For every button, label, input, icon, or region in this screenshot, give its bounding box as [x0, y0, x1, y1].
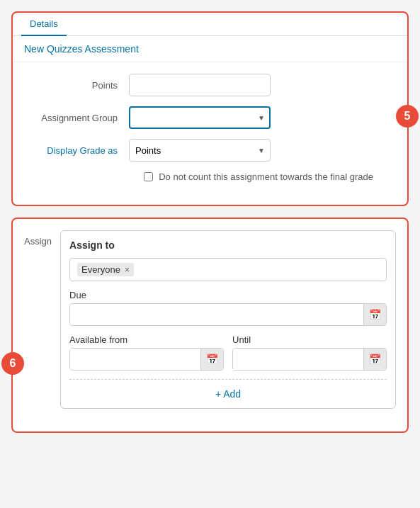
due-label: Due	[69, 290, 387, 300]
add-btn-row: + Add	[69, 379, 387, 400]
assignment-group-select[interactable]	[129, 106, 271, 129]
available-from-input[interactable]	[70, 349, 200, 370]
final-grade-row: Do not count this assignment towards the…	[30, 171, 390, 182]
until-calendar-btn[interactable]: 📅	[363, 348, 386, 371]
available-from-col: Available from 📅	[69, 334, 224, 379]
assign-to-title: Assign to	[69, 239, 387, 251]
assignment-group-label: Assignment Group	[30, 113, 129, 123]
available-from-label: Available from	[69, 334, 224, 345]
due-date-calendar-btn[interactable]: 📅	[363, 303, 386, 326]
points-row: Points	[30, 74, 390, 96]
date-row: Available from 📅 Until 📅	[69, 334, 387, 379]
assignment-title: New Quizzes Assessment	[13, 36, 407, 62]
points-label: Points	[30, 80, 129, 91]
until-col: Until 📅	[232, 334, 387, 379]
assign-card: Assign Assign to Everyone × Due 📅 Availa…	[11, 218, 409, 433]
assign-label: Assign	[24, 230, 60, 409]
display-grade-wrapper: Points Percentage Letter Grade GPA Scale…	[129, 139, 271, 162]
display-grade-label: Display Grade as	[30, 145, 129, 156]
calendar-icon-2: 📅	[206, 354, 218, 365]
due-date-input[interactable]	[70, 304, 363, 325]
tab-bar: Details	[13, 13, 407, 36]
assign-section: Assign Assign to Everyone × Due 📅 Availa…	[13, 219, 407, 420]
display-grade-select[interactable]: Points Percentage Letter Grade GPA Scale…	[129, 139, 271, 162]
details-card: Details New Quizzes Assessment Points As…	[11, 11, 409, 206]
add-button[interactable]: + Add	[215, 388, 241, 400]
everyone-tag: Everyone ×	[77, 263, 134, 276]
assignment-group-row: Assignment Group	[30, 106, 390, 129]
points-input[interactable]	[129, 74, 271, 96]
everyone-tag-close[interactable]: ×	[125, 265, 130, 275]
calendar-icon-3: 📅	[369, 354, 381, 365]
calendar-icon: 📅	[369, 309, 381, 320]
available-from-wrapper: 📅	[69, 348, 224, 371]
display-grade-row: Display Grade as Points Percentage Lette…	[30, 139, 390, 162]
assignment-group-wrapper	[129, 106, 271, 129]
everyone-tag-text: Everyone	[81, 264, 120, 275]
badge-5: 5	[396, 105, 419, 128]
assign-box: Assign to Everyone × Due 📅 Available fro…	[60, 230, 396, 409]
until-wrapper: 📅	[232, 348, 387, 371]
final-grade-checkbox[interactable]	[144, 172, 153, 181]
final-grade-label: Do not count this assignment towards the…	[159, 171, 373, 182]
tab-details[interactable]: Details	[21, 13, 67, 36]
form-section: Points Assignment Group Display Grade as…	[13, 62, 407, 193]
available-from-calendar-btn[interactable]: 📅	[200, 348, 223, 371]
until-input[interactable]	[233, 349, 363, 370]
until-label: Until	[232, 334, 387, 345]
due-date-wrapper: 📅	[69, 303, 387, 326]
assign-to-input[interactable]: Everyone ×	[69, 258, 387, 281]
badge-6: 6	[1, 352, 24, 375]
